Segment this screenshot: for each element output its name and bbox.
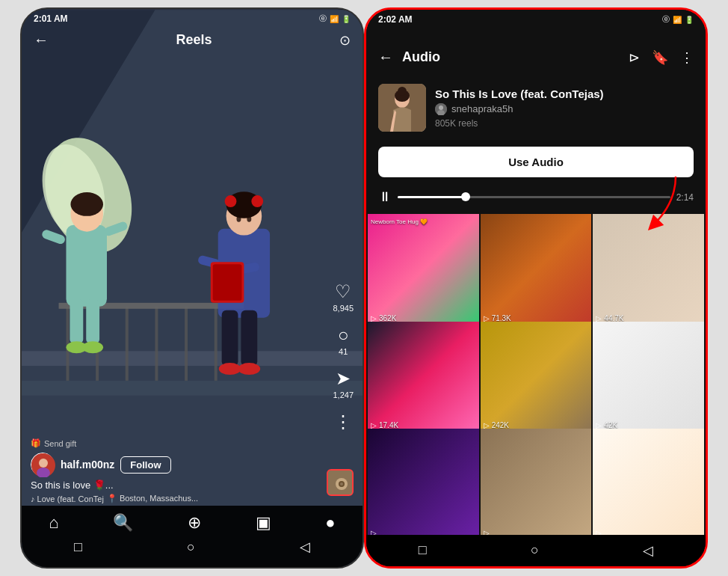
status-icons: ⓔ 📶 🔋 (319, 13, 351, 24)
nav-profile[interactable]: ● (325, 513, 335, 533)
follow-button[interactable]: Follow (120, 456, 170, 474)
svg-point-19 (82, 341, 103, 353)
android-back[interactable]: ◁ (300, 539, 310, 555)
svg-rect-7 (126, 307, 129, 381)
svg-point-50 (439, 105, 443, 110)
svg-rect-3 (22, 351, 363, 366)
album-art (378, 84, 426, 132)
grid-item-8[interactable]: ▷ (481, 429, 592, 535)
grid-play-9: ▷ (596, 529, 602, 535)
more-action[interactable]: ⋮ (334, 411, 352, 432)
song-title: So This Is Love (feat. ConTejas) (435, 88, 694, 100)
grid-item-6[interactable]: ▷ 42K (593, 322, 704, 433)
bottom-nav: ⌂ 🔍 ⊕ ▣ ● □ ○ ◁ (22, 506, 363, 567)
svg-point-32 (219, 363, 241, 375)
svg-rect-31 (241, 310, 257, 366)
progress-track[interactable] (398, 196, 670, 198)
android-circle[interactable]: ○ (187, 539, 195, 555)
nav-home[interactable]: ⌂ (49, 513, 58, 533)
svg-point-41 (340, 482, 343, 485)
more-icon: ⋮ (334, 411, 352, 432)
svg-point-27 (251, 195, 263, 207)
comment-icon: ○ (338, 325, 349, 346)
svg-rect-10 (215, 307, 218, 381)
like-action[interactable]: ♡ 8,945 (333, 281, 354, 313)
right-status-time: 2:02 AM (378, 14, 413, 25)
svg-point-48 (398, 87, 407, 96)
svg-rect-14 (66, 225, 107, 307)
grid-item-3[interactable]: ▷ 44.7K (593, 214, 704, 325)
right-bottom-nav: □ ○ ◁ (366, 535, 706, 566)
right-android-back[interactable]: ◁ (643, 542, 653, 559)
music-thumbnail[interactable] (327, 469, 354, 496)
send-gift-label: Send gift (44, 439, 76, 448)
svg-rect-37 (213, 264, 242, 301)
svg-rect-4 (22, 381, 363, 396)
left-status-bar: 2:01 AM ⓔ 📶 🔋 (22, 9, 363, 27)
user-avatar[interactable] (31, 453, 55, 477)
audio-top-actions: ⊳ 🔖 ⋮ (629, 49, 694, 66)
artist-name[interactable]: snehapraka5h (451, 103, 513, 114)
back-icon[interactable]: ← (34, 31, 49, 49)
svg-rect-9 (185, 307, 188, 381)
song-details: So This Is Love (feat. ConTejas) snehapr… (435, 88, 694, 129)
playback-bar: ⏸ 2:14 (366, 186, 706, 214)
camera-icon[interactable]: ⊙ (339, 32, 351, 49)
reels-bottom-info: 🎁 Send gift half.m00nz Follow So this is… (31, 438, 318, 503)
right-android-circle[interactable]: ○ (531, 542, 539, 559)
reels-grid: Newborn Toe Hug 🧡 ▷ 362K ▷ 71.3K ▷ 44.7K (366, 214, 706, 535)
send-gift-row[interactable]: 🎁 Send gift (31, 438, 318, 448)
svg-point-28 (236, 216, 241, 222)
pause-icon[interactable]: ⏸ (378, 189, 392, 205)
progress-fill (398, 196, 466, 198)
comment-count: 41 (339, 347, 348, 356)
android-nav: □ ○ ◁ (22, 536, 363, 561)
artist-avatar (435, 103, 447, 115)
audio-back-icon[interactable]: ← (378, 49, 393, 66)
grid-item-4[interactable]: ▷ 17.4K (368, 322, 479, 433)
svg-rect-17 (86, 299, 99, 343)
svg-point-33 (238, 363, 260, 375)
grid-label-1: Newborn Toe Hug 🧡 (371, 218, 428, 226)
nav-reels[interactable]: ▣ (256, 513, 271, 533)
grid-item-1[interactable]: Newborn Toe Hug 🧡 ▷ 362K (368, 214, 479, 325)
grid-item-7[interactable]: ▷ (368, 429, 479, 535)
right-status-bar: 2:02 AM ⓔ 📶 🔋 (366, 10, 706, 28)
left-phone: ← Reels ⊙ 2:01 AM ⓔ 📶 🔋 ♡ 8,945 ○ 41 (20, 7, 364, 569)
grid-item-5[interactable]: ▷ 242K (481, 322, 592, 433)
right-phone: 2:02 AM ⓔ 📶 🔋 ← Audio ⊳ 🔖 ⋮ (364, 7, 708, 569)
nav-search[interactable]: 🔍 (113, 513, 133, 533)
reels-title: Reels (49, 32, 339, 48)
grid-overlay-8: ▷ (484, 529, 492, 535)
music-note-icon: ♪ Love (feat. ConTej (31, 494, 104, 503)
send-icon[interactable]: ⊳ (629, 49, 640, 66)
use-audio-button[interactable]: Use Audio (378, 147, 694, 177)
grid-play-7: ▷ (371, 529, 377, 535)
bookmark-icon[interactable]: 🔖 (652, 49, 668, 66)
location-info: 📍 Boston, Massachus... (107, 494, 198, 503)
grid-overlay-7: ▷ (371, 529, 379, 535)
music-info[interactable]: ♪ Love (feat. ConTej 📍 Boston, Massachus… (31, 494, 318, 503)
reels-actions: ♡ 8,945 ○ 41 ➤ 1,247 ⋮ (333, 281, 354, 432)
nav-icons-row: ⌂ 🔍 ⊕ ▣ ● (22, 506, 363, 536)
status-time: 2:01 AM (34, 13, 68, 24)
right-android-square[interactable]: □ (419, 542, 427, 559)
audio-screen: 2:02 AM ⓔ 📶 🔋 ← Audio ⊳ 🔖 ⋮ (366, 10, 706, 566)
like-count: 8,945 (333, 304, 354, 313)
reels-topbar: ← Reels ⊙ (22, 25, 363, 55)
svg-point-20 (70, 192, 103, 216)
grid-item-9[interactable]: ▷ (593, 429, 704, 535)
svg-point-26 (225, 195, 237, 207)
android-square[interactable]: □ (74, 539, 82, 555)
svg-rect-8 (155, 307, 158, 381)
grid-item-2[interactable]: ▷ 71.3K (481, 214, 592, 325)
comment-action[interactable]: ○ 41 (338, 325, 349, 356)
caption: So this is love 🌹... (31, 480, 318, 491)
share-action[interactable]: ➤ 1,247 (333, 368, 354, 399)
more-options-icon[interactable]: ⋮ (680, 49, 694, 66)
gift-icon: 🎁 (31, 438, 41, 448)
nav-add[interactable]: ⊕ (188, 513, 201, 533)
progress-thumb (461, 192, 470, 201)
share-icon: ➤ (336, 368, 351, 389)
reels-count: 805K reels (435, 118, 694, 129)
